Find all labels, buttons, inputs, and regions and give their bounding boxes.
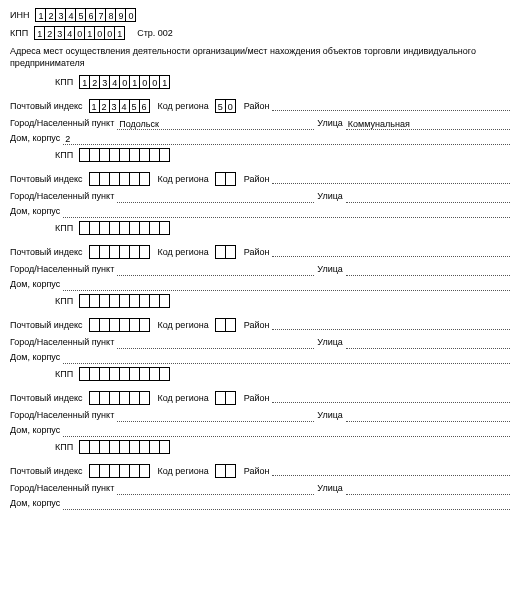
- kpp-row: КПП 123401001 Стр. 002: [10, 26, 510, 40]
- cell[interactable]: [139, 172, 150, 186]
- postal-label: Почтовый индекс: [10, 174, 83, 184]
- city-field[interactable]: [117, 412, 314, 422]
- street-label: Улица: [317, 190, 343, 203]
- house-row: Дом, корпус: [10, 497, 510, 510]
- postal-row: Почтовый индекс123456Код региона50Район: [10, 99, 510, 113]
- street-field[interactable]: Коммунальная: [346, 120, 510, 130]
- cell[interactable]: [225, 318, 236, 332]
- district-field[interactable]: [272, 466, 510, 476]
- cell[interactable]: [159, 367, 170, 381]
- cell[interactable]: 1: [114, 26, 125, 40]
- region-code-label: Код региона: [158, 174, 209, 184]
- cell[interactable]: [139, 245, 150, 259]
- cell[interactable]: 6: [139, 99, 150, 113]
- inn-row: ИНН 1234567890: [10, 8, 510, 22]
- city-label: Город/Населенный пункт: [10, 190, 114, 203]
- house-field[interactable]: [63, 500, 510, 510]
- address-block: КПППочтовый индексКод регионаРайонГород/…: [10, 294, 510, 364]
- block-kpp-row: КПП: [55, 148, 510, 162]
- region-code-label: Код региона: [158, 247, 209, 257]
- postal-row: Почтовый индексКод регионаРайон: [10, 464, 510, 478]
- block-kpp-row: КПП: [55, 440, 510, 454]
- house-row: Дом, корпус: [10, 351, 510, 364]
- block-kpp-row: КПП: [55, 221, 510, 235]
- house-field[interactable]: 2: [63, 135, 510, 145]
- cell[interactable]: [159, 148, 170, 162]
- city-street-row: Город/Населенный пунктУлица: [10, 336, 510, 349]
- address-block: КПППочтовый индексКод регионаРайонГород/…: [10, 367, 510, 437]
- region-code-label: Код региона: [158, 393, 209, 403]
- house-row: Дом, корпус2: [10, 132, 510, 145]
- postal-label: Почтовый индекс: [10, 247, 83, 257]
- district-field[interactable]: [272, 174, 510, 184]
- city-field[interactable]: Подольск: [117, 120, 314, 130]
- address-blocks: КПП123401001Почтовый индекс123456Код рег…: [10, 75, 510, 510]
- kpp-label: КПП: [10, 28, 28, 38]
- house-field[interactable]: [63, 208, 510, 218]
- house-row: Дом, корпус: [10, 278, 510, 291]
- city-label: Город/Населенный пункт: [10, 263, 114, 276]
- city-street-row: Город/Населенный пунктУлица: [10, 190, 510, 203]
- kpp-label: КПП: [55, 77, 73, 87]
- city-field[interactable]: [117, 339, 314, 349]
- cell[interactable]: [139, 318, 150, 332]
- street-label: Улица: [317, 482, 343, 495]
- cell[interactable]: [225, 464, 236, 478]
- address-block: КПППочтовый индексКод регионаРайонГород/…: [10, 221, 510, 291]
- cell[interactable]: 0: [225, 99, 236, 113]
- house-row: Дом, корпус: [10, 205, 510, 218]
- block-kpp-row: КПП123401001: [55, 75, 510, 89]
- city-street-row: Город/Населенный пунктУлица: [10, 409, 510, 422]
- city-street-row: Город/Населенный пунктУлица: [10, 482, 510, 495]
- cell[interactable]: 0: [125, 8, 136, 22]
- city-street-row: Город/Населенный пунктПодольскУлицаКомму…: [10, 117, 510, 130]
- district-label: Район: [244, 174, 270, 184]
- city-field[interactable]: [117, 485, 314, 495]
- block-kpp-row: КПП: [55, 367, 510, 381]
- cell[interactable]: [159, 440, 170, 454]
- cell[interactable]: [139, 391, 150, 405]
- district-label: Район: [244, 101, 270, 111]
- city-label: Город/Населенный пункт: [10, 336, 114, 349]
- cell[interactable]: [159, 294, 170, 308]
- house-field[interactable]: [63, 281, 510, 291]
- cell[interactable]: [159, 221, 170, 235]
- house-field[interactable]: [63, 427, 510, 437]
- block-kpp-row: КПП: [55, 294, 510, 308]
- kpp-label: КПП: [55, 442, 73, 452]
- region-code-label: Код региона: [158, 101, 209, 111]
- cell[interactable]: [225, 245, 236, 259]
- street-label: Улица: [317, 409, 343, 422]
- district-field[interactable]: [272, 247, 510, 257]
- postal-row: Почтовый индексКод регионаРайон: [10, 172, 510, 186]
- cell[interactable]: [225, 391, 236, 405]
- kpp-label: КПП: [55, 223, 73, 233]
- street-field[interactable]: [346, 266, 510, 276]
- district-field[interactable]: [272, 393, 510, 403]
- street-field[interactable]: [346, 339, 510, 349]
- house-row: Дом, корпус: [10, 424, 510, 437]
- street-field[interactable]: [346, 193, 510, 203]
- district-field[interactable]: [272, 101, 510, 111]
- postal-row: Почтовый индексКод регионаРайон: [10, 318, 510, 332]
- kpp-label: КПП: [55, 369, 73, 379]
- house-label: Дом, корпус: [10, 424, 60, 437]
- house-field[interactable]: [63, 354, 510, 364]
- district-label: Район: [244, 247, 270, 257]
- street-field[interactable]: [346, 412, 510, 422]
- address-block: КПППочтовый индексКод регионаРайонГород/…: [10, 148, 510, 218]
- street-field[interactable]: [346, 485, 510, 495]
- cell[interactable]: [225, 172, 236, 186]
- section-heading: Адреса мест осуществления деятельности о…: [10, 46, 510, 69]
- address-block: КПП123401001Почтовый индекс123456Код рег…: [10, 75, 510, 145]
- city-field[interactable]: [117, 266, 314, 276]
- district-label: Район: [244, 393, 270, 403]
- cell[interactable]: 1: [159, 75, 170, 89]
- city-field[interactable]: [117, 193, 314, 203]
- postal-label: Почтовый индекс: [10, 320, 83, 330]
- street-label: Улица: [317, 336, 343, 349]
- cell[interactable]: [139, 464, 150, 478]
- postal-row: Почтовый индексКод регионаРайон: [10, 245, 510, 259]
- district-label: Район: [244, 466, 270, 476]
- district-field[interactable]: [272, 320, 510, 330]
